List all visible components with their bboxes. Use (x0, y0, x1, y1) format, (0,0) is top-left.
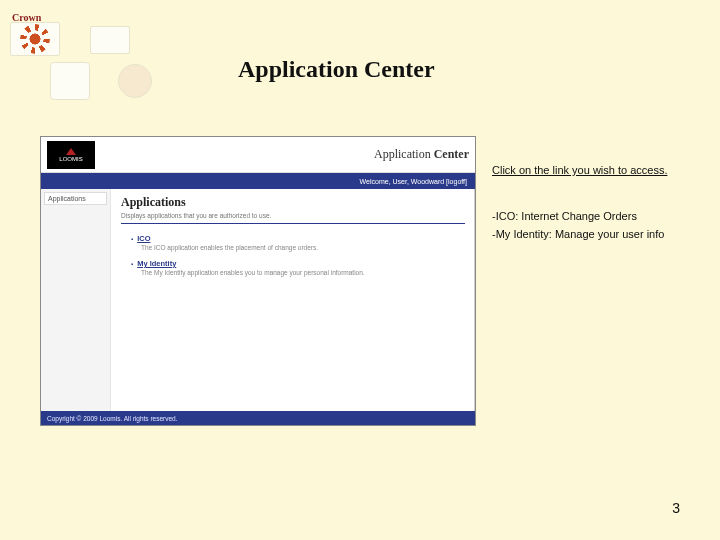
screenshot-sidebar: Applications (41, 189, 111, 411)
app-item-ico: ICO The ICO application enables the plac… (131, 234, 465, 251)
main-heading: Applications (121, 195, 465, 210)
header-label-bold: Center (434, 147, 469, 161)
annotation-instruction: Click on the link you wish to access. (492, 164, 667, 176)
welcome-bar: Welcome, User, Woodward [logoff] (41, 173, 475, 189)
footer-text: Copyright © 2009 Loomis. All rights rese… (47, 415, 178, 422)
header-app-center-label: Application Center (374, 147, 469, 162)
screenshot-main: Applications Displays applications that … (111, 189, 475, 411)
welcome-text: Welcome, User, Woodward [logoff] (360, 178, 467, 185)
sidebar-item-applications[interactable]: Applications (44, 192, 107, 205)
header-label-prefix: Application (374, 147, 434, 161)
desc-my-identity: The My Identity application enables you … (141, 269, 465, 276)
logo-text: LOOMIS (59, 156, 82, 162)
app-list: ICO The ICO application enables the plac… (131, 234, 465, 276)
annotation-my-identity: -My Identity: Manage your user info (492, 228, 664, 240)
page-number: 3 (672, 500, 680, 516)
screenshot-footer: Copyright © 2009 Loomis. All rights rese… (41, 411, 475, 425)
sun-icon (24, 28, 46, 50)
decor-globe (118, 64, 152, 98)
link-ico[interactable]: ICO (131, 234, 150, 243)
decor-card-2 (90, 26, 130, 54)
loomis-logo: LOOMIS (47, 141, 95, 169)
annotation-ico: -ICO: Internet Change Orders (492, 210, 637, 222)
screenshot-body: Applications Applications Displays appli… (41, 189, 475, 411)
link-my-identity[interactable]: My Identity (131, 259, 176, 268)
triangle-icon (66, 148, 76, 155)
decorative-graphic-cluster: Crown (8, 8, 178, 108)
app-item-my-identity: My Identity The My Identity application … (131, 259, 465, 276)
divider (121, 223, 465, 224)
decor-card-1 (10, 22, 60, 56)
slide-title: Application Center (238, 56, 435, 83)
desc-ico: The ICO application enables the placemen… (141, 244, 465, 251)
screenshot-header: LOOMIS Application Center (41, 137, 475, 173)
main-subheading: Displays applications that you are autho… (121, 212, 465, 219)
decor-card-3 (50, 62, 90, 100)
app-center-screenshot: LOOMIS Application Center Welcome, User,… (40, 136, 476, 426)
